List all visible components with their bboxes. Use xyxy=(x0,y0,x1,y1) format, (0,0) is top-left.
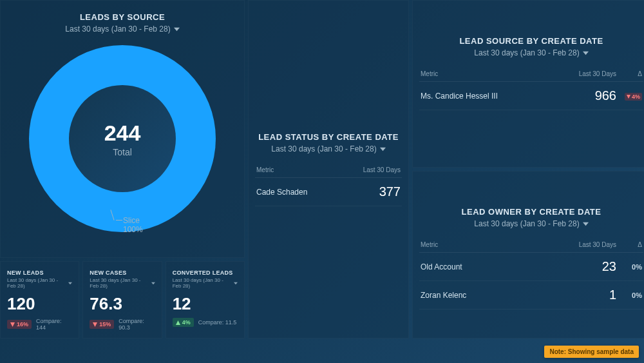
panel-lead-source: LEAD SOURCE BY CREATE DATE Last 30 days … xyxy=(412,0,644,168)
compare-text: Compare: 144 xyxy=(36,318,72,331)
delta-badge: 16% xyxy=(7,320,32,329)
table-row[interactable]: Zoran Kelenc 1 0% xyxy=(419,281,643,309)
triangle-up-icon xyxy=(176,320,180,325)
table-header: Metric Last 30 Days xyxy=(255,162,402,178)
table-row[interactable]: Ms. Candice Hessel III 966 4% xyxy=(419,82,643,110)
delta-badge: 4% xyxy=(625,93,642,101)
stat-range[interactable]: Last 30 days (Jan 30 - Feb 28) xyxy=(173,277,238,289)
stat-card[interactable]: NEW CASES Last 30 days (Jan 30 - Feb 28)… xyxy=(82,261,162,338)
col-metric: Metric xyxy=(421,70,558,77)
date-range-label: Last 30 days (Jan 30 - Feb 28) xyxy=(271,144,376,153)
slice-leader-line xyxy=(116,220,122,221)
delta-text: 0% xyxy=(632,291,642,299)
donut-total-label: Total xyxy=(113,147,132,157)
stat-range[interactable]: Last 30 days (Jan 30 - Feb 28) xyxy=(90,277,155,289)
date-range-label: Last 30 days (Jan 30 - Feb 28) xyxy=(474,219,579,228)
col-last30: Last 30 Days xyxy=(343,166,401,173)
stat-compare: 15% Compare: 90.3 xyxy=(90,318,155,331)
metric-value: 377 xyxy=(343,184,401,199)
compare-text: Compare: 90.3 xyxy=(118,318,155,331)
panel-title: LEAD OWNER BY CREATE DATE xyxy=(419,207,643,217)
stat-value: 120 xyxy=(7,294,72,314)
metric-name: Old Account xyxy=(421,262,558,271)
panel-leads-by-source: LEADS BY SOURCE Last 30 days (Jan 30 - F… xyxy=(0,0,245,258)
donut-center: 244 Total xyxy=(69,85,176,192)
stat-title: CONVERTED LEADS xyxy=(173,270,238,276)
date-range-label: Last 30 days (Jan 30 - Feb 28) xyxy=(474,48,579,57)
donut-chart: 244 Total xyxy=(29,45,216,232)
chevron-down-icon xyxy=(234,281,238,286)
table-row[interactable]: Cade Schaden 377 xyxy=(255,178,402,206)
panel-lead-owner: LEAD OWNER BY CREATE DATE Last 30 days (… xyxy=(412,171,644,338)
slice-legend: Slice 100% xyxy=(123,217,143,235)
col-delta: Δ xyxy=(616,241,642,248)
chevron-down-icon xyxy=(151,281,155,286)
chevron-down-icon xyxy=(583,50,589,56)
stat-value: 12 xyxy=(173,294,238,314)
donut-total-value: 244 xyxy=(104,121,141,146)
stat-cards-row: NEW LEADS Last 30 days (Jan 30 - Feb 28)… xyxy=(0,261,245,338)
stat-card[interactable]: CONVERTED LEADS Last 30 days (Jan 30 - F… xyxy=(166,261,245,338)
compare-text: Compare: 11.5 xyxy=(198,319,237,326)
stat-compare: 16% Compare: 144 xyxy=(7,318,72,331)
date-range-selector[interactable]: Last 30 days (Jan 30 - Feb 28) xyxy=(255,144,402,153)
col-last30: Last 30 Days xyxy=(558,241,616,248)
date-range-selector[interactable]: Last 30 days (Jan 30 - Feb 28) xyxy=(419,48,643,57)
metric-name: Ms. Candice Hessel III xyxy=(421,92,558,101)
stat-card[interactable]: NEW LEADS Last 30 days (Jan 30 - Feb 28)… xyxy=(0,261,79,338)
col-last30: Last 30 Days xyxy=(558,70,616,77)
col-metric: Metric xyxy=(256,166,343,173)
stat-range[interactable]: Last 30 days (Jan 30 - Feb 28) xyxy=(7,277,72,289)
delta-badge: 4% xyxy=(173,318,194,327)
stat-value: 76.3 xyxy=(90,294,155,314)
chevron-down-icon xyxy=(174,26,180,32)
triangle-down-icon xyxy=(93,322,97,327)
table-header: Metric Last 30 Days Δ xyxy=(419,237,643,253)
panel-title: LEAD SOURCE BY CREATE DATE xyxy=(419,36,643,46)
metric-name: Zoran Kelenc xyxy=(421,291,558,300)
chevron-down-icon xyxy=(68,281,72,286)
metric-name: Cade Schaden xyxy=(256,188,343,197)
metric-value: 966 xyxy=(558,88,616,103)
metric-delta: 0% xyxy=(616,291,642,300)
panel-lead-status: LEAD STATUS BY CREATE DATE Last 30 days … xyxy=(248,0,409,338)
table-row[interactable]: Old Account 23 0% xyxy=(419,253,643,281)
date-range-label: Last 30 days (Jan 30 - Feb 28) xyxy=(65,25,170,34)
table-header: Metric Last 30 Days Δ xyxy=(419,66,643,82)
slice-name: Slice xyxy=(123,217,143,226)
col-delta: Δ xyxy=(616,70,642,77)
right-column: LEAD SOURCE BY CREATE DATE Last 30 days … xyxy=(412,0,644,338)
delta-text: 0% xyxy=(632,263,642,271)
date-range-selector[interactable]: Last 30 days (Jan 30 - Feb 28) xyxy=(419,219,643,228)
triangle-down-icon xyxy=(627,95,630,99)
stat-title: NEW LEADS xyxy=(7,270,72,276)
metric-delta: 4% xyxy=(616,92,642,101)
metric-value: 1 xyxy=(558,288,616,302)
chevron-down-icon xyxy=(583,221,589,227)
delta-badge: 15% xyxy=(90,320,114,329)
stat-title: NEW CASES xyxy=(90,270,155,276)
slice-percent: 100% xyxy=(123,226,143,235)
stat-compare: 4% Compare: 11.5 xyxy=(173,318,238,327)
panel-title: LEAD STATUS BY CREATE DATE xyxy=(255,132,402,142)
col-metric: Metric xyxy=(421,241,558,248)
metric-delta: 0% xyxy=(616,262,642,271)
panel-title: LEADS BY SOURCE xyxy=(7,12,238,22)
date-range-selector[interactable]: Last 30 days (Jan 30 - Feb 28) xyxy=(7,25,238,34)
metric-value: 23 xyxy=(558,259,616,274)
sample-data-note: Note: Showing sample data xyxy=(544,346,639,358)
chevron-down-icon xyxy=(380,146,386,152)
triangle-down-icon xyxy=(10,322,15,327)
